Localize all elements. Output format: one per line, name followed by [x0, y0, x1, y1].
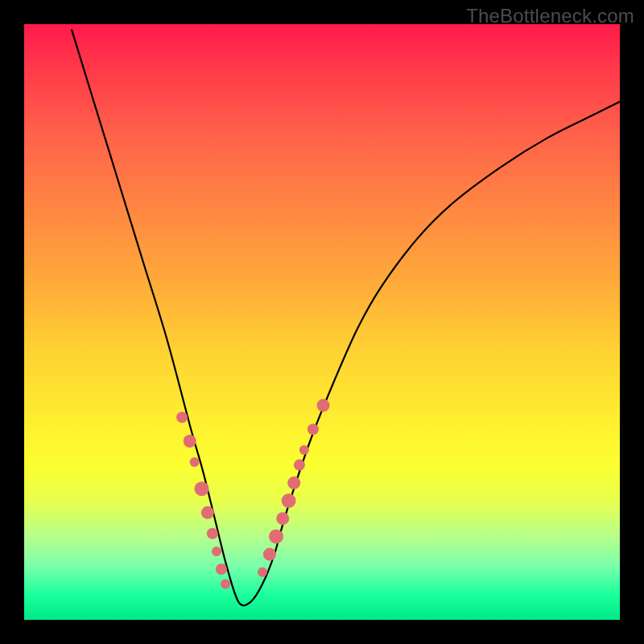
curve-marker [216, 564, 227, 575]
curve-svg [24, 24, 620, 620]
curve-marker [201, 506, 214, 519]
curve-markers [176, 399, 329, 589]
curve-marker [176, 411, 188, 423]
curve-marker [308, 423, 319, 435]
chart-frame: TheBottleneck.com [0, 0, 644, 644]
curve-marker [221, 580, 230, 589]
curve-marker [276, 512, 289, 525]
curve-marker [287, 477, 300, 489]
curve-marker [212, 547, 221, 556]
curve-marker [299, 445, 309, 455]
curve-marker [258, 568, 267, 577]
curve-marker [269, 529, 283, 543]
plot-area [24, 24, 620, 620]
curve-marker [207, 528, 218, 539]
bottleneck-curve [72, 30, 620, 605]
curve-marker [195, 481, 209, 496]
curve-marker [282, 493, 296, 508]
curve-marker [317, 399, 330, 412]
curve-marker [263, 548, 276, 561]
curve-marker [294, 460, 305, 471]
curve-marker [184, 435, 196, 448]
curve-marker [190, 457, 200, 467]
